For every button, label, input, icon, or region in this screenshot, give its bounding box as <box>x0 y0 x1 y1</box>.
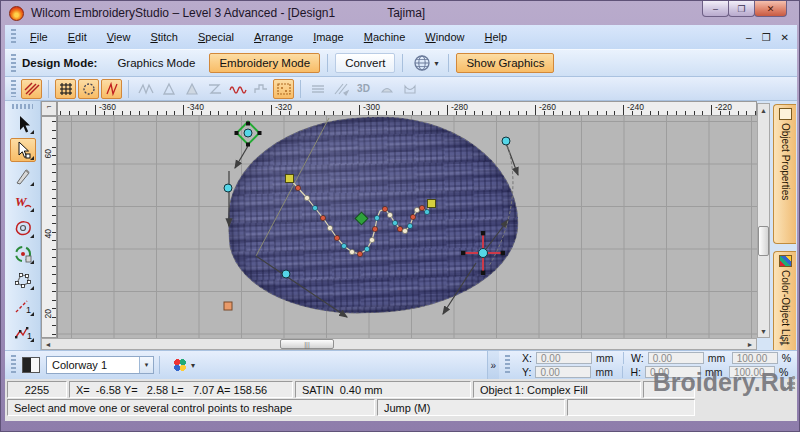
menu-machine[interactable]: Machine <box>354 28 416 46</box>
contour-fill-icon[interactable] <box>101 79 122 99</box>
stitch-count: 2255 <box>7 381 67 398</box>
tab-scroll-arrows[interactable]: ▲ ▼ <box>778 333 785 347</box>
toolbar-grip[interactable] <box>11 355 16 375</box>
wave-fill-icon[interactable] <box>227 79 248 99</box>
reference-cross-handle[interactable] <box>461 231 505 275</box>
w-field[interactable]: 0.00 <box>648 352 704 364</box>
punch-a-icon[interactable] <box>376 79 397 99</box>
scroll-right-icon[interactable]: ► <box>744 339 756 349</box>
convert-button[interactable]: Convert <box>335 53 395 73</box>
toolbar-grip[interactable] <box>505 355 510 375</box>
colorway-select[interactable]: Colorway 1 ▾ <box>46 356 154 374</box>
toolbar-overflow-chevron[interactable]: » <box>487 351 500 379</box>
motif-fill-icon[interactable] <box>78 79 99 99</box>
start-point-handle[interactable] <box>224 302 232 310</box>
show-graphics-button[interactable]: Show Graphics <box>456 53 554 73</box>
e-stitch-icon[interactable] <box>204 79 225 99</box>
scroll-down-icon[interactable]: ▼ <box>758 325 769 337</box>
globe-caret-icon[interactable]: ▾ <box>434 59 438 68</box>
stitch-toolbar: 3D <box>5 77 797 101</box>
3d-effect-icon[interactable]: 3D <box>353 79 374 99</box>
hoop-globe-button[interactable]: ▾ <box>408 52 443 74</box>
docked-panel-tabs: Object Properties Color-Object List ▲ ▼ <box>772 101 797 350</box>
reshape-icon <box>13 140 33 160</box>
colorway-caret-icon[interactable]: ▾ <box>139 357 153 373</box>
scale-w-field[interactable]: 100.00 <box>732 352 778 364</box>
lettering-tool[interactable]: W <box>10 190 36 214</box>
globe-icon <box>413 54 431 72</box>
menu-window[interactable]: Window <box>415 28 474 46</box>
step-fill-icon[interactable] <box>250 79 271 99</box>
direction-arrow <box>443 263 476 314</box>
scroll-left-icon[interactable]: ◄ <box>42 339 54 349</box>
minimize-button[interactable]: – <box>702 1 729 17</box>
menu-arrange[interactable]: Arrange <box>244 28 303 46</box>
tab-scroll-down-icon[interactable]: ▼ <box>778 340 785 347</box>
horizontal-scrollbar[interactable]: ◄ ||| ► <box>41 338 757 350</box>
node-polygon-icon <box>13 270 33 290</box>
y-field[interactable]: 0.00 <box>535 366 591 378</box>
horizontal-scroll-thumb[interactable]: ||| <box>280 339 334 349</box>
separator <box>448 54 449 72</box>
tab-scroll-up-icon[interactable]: ▲ <box>778 333 785 340</box>
circle-object-tool[interactable] <box>10 242 36 266</box>
toolbar-grip[interactable] <box>12 104 33 109</box>
menu-image[interactable]: Image <box>303 28 354 46</box>
run-stitch-tool[interactable]: 1 <box>10 320 36 344</box>
scroll-up-icon[interactable]: ▲ <box>758 104 769 116</box>
fill-b-icon[interactable] <box>181 79 202 99</box>
toolbar-grip[interactable] <box>11 29 16 46</box>
control-point[interactable] <box>224 184 232 192</box>
control-point[interactable] <box>282 270 290 278</box>
mdi-minimize-icon[interactable]: – <box>746 32 752 43</box>
thread-colors-caret-icon[interactable]: ▾ <box>191 361 195 370</box>
parallel-fill-icon[interactable] <box>21 79 42 99</box>
select-tool[interactable] <box>10 112 36 136</box>
color-object-list-icon <box>779 255 792 267</box>
tatami-fill-icon[interactable] <box>55 79 76 99</box>
menu-view[interactable]: View <box>97 28 141 46</box>
texture-fill-icon[interactable] <box>273 79 294 99</box>
toolbar-grip[interactable] <box>11 54 16 72</box>
x-field[interactable]: 0.00 <box>536 352 592 364</box>
design-canvas[interactable] <box>57 116 757 338</box>
punch-b-icon[interactable] <box>399 79 420 99</box>
object-center-handle[interactable] <box>355 212 368 225</box>
rotation-anchor-handle[interactable] <box>235 122 262 147</box>
menu-stitch[interactable]: Stitch <box>140 28 188 46</box>
thread-colors-icon[interactable] <box>173 358 187 372</box>
control-point[interactable] <box>502 137 510 145</box>
menu-file[interactable]: File <box>20 28 58 46</box>
exit-point-handle[interactable] <box>428 200 436 208</box>
mdi-restore-icon[interactable]: ❐ <box>762 32 771 43</box>
complex-fill-tool[interactable] <box>10 268 36 292</box>
open-line-tool[interactable]: 1 <box>10 294 36 318</box>
title-bar: Wilcom EmbroideryStudio – Level 3 Advanc… <box>1 1 799 25</box>
line-fill-icon[interactable] <box>307 79 328 99</box>
fill-a-icon[interactable] <box>158 79 179 99</box>
separator <box>402 54 403 72</box>
ruler-origin-button[interactable]: ⌐ <box>41 101 57 116</box>
tab-object-properties[interactable]: Object Properties <box>773 104 796 244</box>
menu-special[interactable]: Special <box>188 28 244 46</box>
zigzag-stitch-icon[interactable] <box>135 79 156 99</box>
separator <box>300 80 301 98</box>
toolbar-grip[interactable] <box>11 80 16 96</box>
entry-point-handle[interactable] <box>286 175 294 183</box>
menu-help[interactable]: Help <box>474 28 517 46</box>
hatch-fill-icon[interactable] <box>330 79 351 99</box>
graphics-mode-button[interactable]: Graphics Mode <box>107 53 205 73</box>
vertical-scrollbar[interactable]: ▲ ▼ <box>757 103 770 338</box>
close-button[interactable]: ✕ <box>754 1 787 17</box>
x-label: X: <box>522 352 532 364</box>
status-hint: Select and move one or several control p… <box>7 399 375 416</box>
menu-edit[interactable]: Edit <box>58 28 97 46</box>
reshape-tool[interactable] <box>10 138 36 162</box>
mdi-close-icon[interactable]: ✕ <box>781 32 789 43</box>
maximize-button[interactable]: ❐ <box>728 1 755 17</box>
embroidery-mode-button[interactable]: Embroidery Mode <box>209 53 320 73</box>
vertical-scroll-thumb[interactable] <box>758 226 769 256</box>
display-colors-icon[interactable] <box>22 357 40 373</box>
knife-tool[interactable] <box>10 164 36 188</box>
closed-object-tool[interactable] <box>10 216 36 240</box>
